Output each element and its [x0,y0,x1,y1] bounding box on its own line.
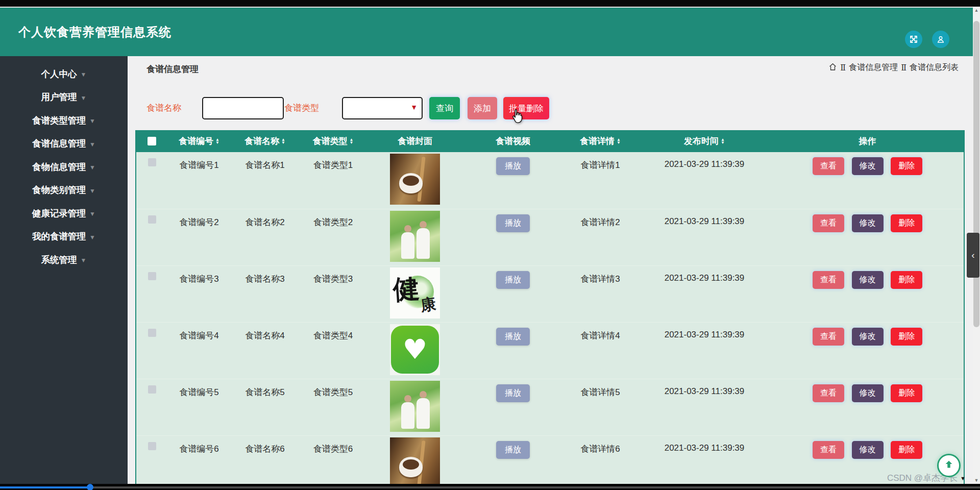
row-checkbox[interactable] [148,385,156,394]
player-progress-fill [0,486,91,488]
recipe-table: 食谱编号▲▼食谱名称▲▼食谱类型▲▼食谱封面食谱视频食谱详情▲▼发布时间▲▼操作… [135,130,965,484]
home-icon[interactable] [828,63,837,73]
breadcrumb-item-parent[interactable]: 食谱信息管理 [849,62,898,73]
edit-button[interactable]: 修改 [852,271,884,289]
sidebar-item-0[interactable]: 个人中心 ▼ [0,62,128,86]
sidebar-item-6[interactable]: 健康记录管理 ▼ [0,202,128,225]
sidebar-item-7[interactable]: 我的食谱管理 ▼ [0,225,128,249]
edit-button[interactable]: 修改 [852,441,884,459]
cover-image-food-bowl [390,437,440,484]
edit-button[interactable]: 修改 [852,328,884,346]
sidebar-item-label: 健康记录管理 [32,207,86,219]
recipe-name-cell: 食谱名称6 [245,436,284,455]
scroll-up-icon[interactable]: ▲ [973,8,980,13]
player-progress-handle[interactable] [87,484,93,490]
chevron-down-icon: ▼ [89,117,95,125]
filter-bar: 食谱名称 食谱类型 ▼ 查询 添加 批量删除 [128,97,980,119]
row-checkbox[interactable] [148,158,156,166]
view-button[interactable]: 查看 [813,157,844,175]
scrollbar-thumb[interactable] [973,21,979,327]
delete-button[interactable]: 删除 [891,328,922,346]
delete-button[interactable]: 删除 [891,157,922,175]
column-header-label: 发布时间 [684,135,719,147]
play-video-button[interactable]: 播放 [496,157,530,175]
column-header[interactable]: 食谱类型▲▼ [299,130,367,152]
add-button[interactable]: 添加 [468,97,497,119]
recipe-type-select[interactable] [342,97,423,119]
recipe-name-cell: 食谱名称4 [245,323,284,341]
cover-image-elderly-couple [390,381,440,432]
sidebar-item-3[interactable]: 食谱信息管理 ▼ [0,132,128,156]
recipe-id-cell: 食谱编号3 [179,266,218,285]
view-button[interactable]: 查看 [813,441,844,459]
back-to-top-button[interactable] [937,454,961,477]
sidebar-item-5[interactable]: 食物类别管理 ▼ [0,179,128,202]
panel-collapse-tab[interactable]: ‹ [967,233,979,278]
sort-icon[interactable]: ▲▼ [281,138,285,144]
edit-button[interactable]: 修改 [852,214,884,232]
sidebar-item-8[interactable]: 系统管理 ▼ [0,248,128,272]
sidebar-item-label: 食物类别管理 [32,184,86,196]
view-button[interactable]: 查看 [813,328,844,346]
fullscreen-icon [909,35,918,44]
delete-button[interactable]: 删除 [891,384,922,402]
column-header[interactable]: 食谱编号▲▼ [167,130,231,152]
search-button[interactable]: 查询 [429,97,460,119]
recipe-id-cell: 食谱编号5 [179,379,218,398]
sidebar-item-1[interactable]: 用户管理 ▼ [0,86,128,109]
batch-delete-button[interactable]: 批量删除 [503,97,549,119]
sort-icon[interactable]: ▲▼ [215,138,219,144]
user-profile-button[interactable] [932,31,949,48]
sidebar-item-label: 食谱类型管理 [32,114,86,127]
sidebar-item-4[interactable]: 食物信息管理 ▼ [0,155,128,179]
app-title: 个人饮食营养管理信息系统 [18,8,172,56]
table-row: 食谱编号1 食谱名称1 食谱类型1 播放 食谱详情1 2021-03-29 11… [136,152,964,209]
breadcrumb-separator: Ⅱ [901,63,906,72]
view-button[interactable]: 查看 [813,214,844,232]
play-video-button[interactable]: 播放 [496,271,530,289]
delete-button[interactable]: 删除 [891,271,922,289]
player-progress-track[interactable] [0,486,980,488]
view-button[interactable]: 查看 [813,271,844,289]
recipe-name-input[interactable] [202,97,284,119]
edit-button[interactable]: 修改 [852,384,884,402]
breadcrumb-item-current[interactable]: 食谱信息列表 [910,62,959,73]
select-all-header-cell [136,130,167,152]
column-header-label: 食谱类型 [313,135,348,147]
publish-time-cell: 2021-03-29 11:39:39 [665,152,745,169]
fullscreen-button[interactable] [905,31,922,48]
select-all-checkbox[interactable] [148,137,156,145]
sort-icon[interactable]: ▲▼ [617,138,621,144]
delete-button[interactable]: 删除 [891,214,922,232]
column-header-label: 食谱封面 [398,135,432,147]
top-black-strip [0,0,980,7]
chevron-down-icon: ▼ [89,187,95,194]
column-header[interactable]: 发布时间▲▼ [638,130,771,152]
sort-icon[interactable]: ▲▼ [721,138,725,144]
view-button[interactable]: 查看 [813,384,844,402]
recipe-type-cell: 食谱类型2 [313,209,353,228]
row-checkbox[interactable] [148,442,156,450]
recipe-type-cell: 食谱类型1 [313,152,353,171]
column-header[interactable]: 食谱名称▲▼ [231,130,299,152]
table-row: 食谱编号4 食谱名称4 食谱类型4 ♥ 播放 食谱详情4 2021-03-29 … [136,322,964,379]
edit-button[interactable]: 修改 [852,157,884,175]
delete-button[interactable]: 删除 [891,441,922,459]
row-checkbox[interactable] [148,215,156,224]
play-video-button[interactable]: 播放 [496,441,530,459]
play-video-button[interactable]: 播放 [496,384,530,402]
sidebar-item-2[interactable]: 食谱类型管理 ▼ [0,109,128,132]
play-video-button[interactable]: 播放 [496,328,530,346]
chevron-down-icon: ▼ [89,164,95,171]
row-checkbox[interactable] [148,272,156,280]
play-video-button[interactable]: 播放 [496,214,530,232]
column-header-label: 操作 [859,135,876,147]
scroll-down-icon[interactable]: ▼ [973,478,980,483]
app-header: 个人饮食营养管理信息系统 [0,8,980,56]
chevron-down-icon: ▼ [81,94,87,102]
row-checkbox[interactable] [148,329,156,337]
publish-time-cell: 2021-03-29 11:39:39 [665,436,745,453]
sort-icon[interactable]: ▲▼ [350,138,354,144]
column-header[interactable]: 食谱详情▲▼ [563,130,638,152]
chevron-left-icon: ‹ [971,250,974,261]
